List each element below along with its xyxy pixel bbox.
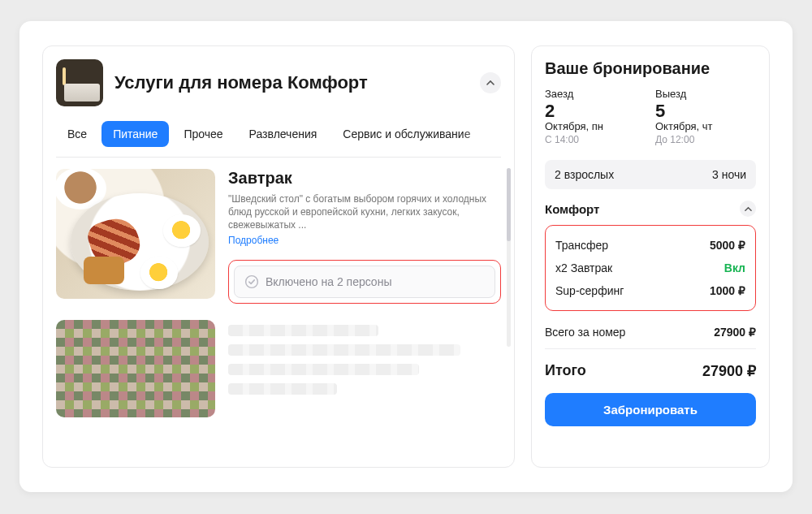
book-button[interactable]: Забронировать xyxy=(545,393,756,426)
services-header: Услуги для номера Комфорт xyxy=(56,59,501,106)
breakfast-description: "Шведский стол" с богатым выбором горячи… xyxy=(228,192,501,232)
divider xyxy=(545,348,756,349)
tab-развлечения[interactable]: Развлечения xyxy=(238,121,329,147)
scrollbar-thumb[interactable] xyxy=(507,168,511,241)
subtotal-label: Всего за номер xyxy=(545,326,625,339)
divider xyxy=(56,157,501,158)
chevron-up-icon xyxy=(745,205,752,213)
subtotal-row: Всего за номер 27900 ₽ xyxy=(545,319,756,345)
blurred-text xyxy=(228,320,501,417)
tab-сервис-и-обслуживание[interactable]: Сервис и обслуживание xyxy=(331,121,482,147)
checkout-block: Выезд 5 Октября, чт До 12:00 xyxy=(655,88,756,145)
services-title: Услуги для номера Комфорт xyxy=(114,72,469,93)
app-canvas: Услуги для номера Комфорт ВсеПитаниеПроч… xyxy=(19,21,793,492)
collapse-button[interactable] xyxy=(480,72,501,93)
checkin-month: Октября, пн xyxy=(545,120,646,132)
room-name: Комфорт xyxy=(545,202,599,216)
booking-panel: Ваше бронирование Заезд 2 Октября, пн С … xyxy=(531,45,770,468)
guests-count: 2 взрослых xyxy=(555,168,614,181)
addon-label: Sup-серфинг xyxy=(555,284,624,297)
addon-value: Вкл xyxy=(724,261,745,274)
breakfast-more-link[interactable]: Подробнее xyxy=(228,235,279,246)
addon-row: Sup-серфинг1000 ₽ xyxy=(555,279,745,302)
nights-count: 3 ночи xyxy=(712,168,746,181)
category-tabs: ВсеПитаниеПрочееРазвлеченияСервис и обсл… xyxy=(56,119,501,149)
addons-box: Трансфер5000 ₽x2 ЗавтракВклSup-серфинг10… xyxy=(545,225,756,311)
included-highlight-box: Включено на 2 персоны xyxy=(228,260,501,304)
breakfast-image xyxy=(56,169,215,299)
tab-все[interactable]: Все xyxy=(56,121,98,147)
checkout-hint: До 12:00 xyxy=(655,134,756,145)
room-collapse-button[interactable] xyxy=(740,201,756,217)
checkout-label: Выезд xyxy=(655,88,756,100)
scrollbar[interactable] xyxy=(507,168,511,347)
addon-row: x2 ЗавтракВкл xyxy=(555,257,745,279)
addon-value: 5000 ₽ xyxy=(710,239,745,252)
included-text: Включено на 2 персоны xyxy=(266,275,391,288)
checkin-label: Заезд xyxy=(545,88,646,100)
guests-summary: 2 взрослых 3 ночи xyxy=(545,160,756,189)
included-pill: Включено на 2 персоны xyxy=(234,266,495,298)
total-label: Итого xyxy=(545,362,586,380)
addon-label: x2 Завтрак xyxy=(555,261,612,274)
room-thumbnail xyxy=(56,59,103,106)
breakfast-title: Завтрак xyxy=(228,169,501,188)
checkin-block: Заезд 2 Октября, пн С 14:00 xyxy=(545,88,646,145)
checkout-day: 5 xyxy=(655,102,756,120)
services-panel: Услуги для номера Комфорт ВсеПитаниеПроч… xyxy=(42,45,515,468)
addon-value: 1000 ₽ xyxy=(710,284,745,297)
total-value: 27900 ₽ xyxy=(702,362,756,380)
subtotal-value: 27900 ₽ xyxy=(714,326,756,339)
blurred-image xyxy=(56,320,215,417)
chevron-up-icon xyxy=(486,79,495,87)
total-row: Итого 27900 ₽ xyxy=(545,356,756,387)
booking-dates: Заезд 2 Октября, пн С 14:00 Выезд 5 Октя… xyxy=(545,88,756,145)
addon-row: Трансфер5000 ₽ xyxy=(555,234,745,257)
service-item-breakfast: Завтрак "Шведский стол" с богатым выборо… xyxy=(56,169,501,304)
svg-point-0 xyxy=(246,275,258,287)
checkout-month: Октября, чт xyxy=(655,120,756,132)
booking-title: Ваше бронирование xyxy=(545,59,756,78)
addon-label: Трансфер xyxy=(555,239,608,252)
checkin-hint: С 14:00 xyxy=(545,134,646,145)
room-row: Комфорт xyxy=(545,201,756,217)
tab-трансфер[interactable]: Тра xyxy=(485,121,501,147)
tab-прочее[interactable]: Прочее xyxy=(172,121,234,147)
service-item-blurred xyxy=(56,320,501,417)
check-circle-icon xyxy=(244,274,259,289)
tab-питание[interactable]: Питание xyxy=(102,121,169,147)
checkin-day: 2 xyxy=(545,102,646,120)
